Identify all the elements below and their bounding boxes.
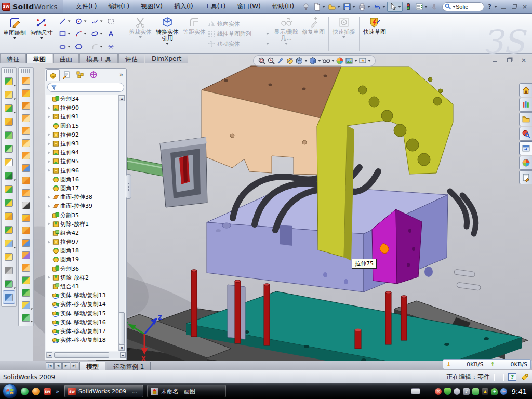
instant3d-box-button[interactable] bbox=[2, 155, 16, 169]
horizontal-scroll-thumb[interactable] bbox=[54, 352, 109, 358]
tray-antivirus-icon[interactable]: + bbox=[491, 388, 498, 395]
tray-sync-blocked-icon[interactable]: − bbox=[500, 388, 507, 395]
insert-part-button[interactable] bbox=[2, 74, 16, 88]
file-explorer-tab[interactable] bbox=[519, 112, 532, 126]
smart-dimension-dropdown[interactable] bbox=[40, 37, 43, 39]
convert-entities-dropdown[interactable] bbox=[166, 43, 169, 45]
sketch-dropdown[interactable] bbox=[13, 37, 16, 39]
doc-minimize-button[interactable] bbox=[489, 56, 500, 64]
doc-restore-button[interactable] bbox=[504, 56, 514, 64]
solidworks-search-tab[interactable] bbox=[519, 127, 532, 141]
split-pair-button[interactable] bbox=[2, 196, 16, 209]
scroll-down-button[interactable]: ▼ bbox=[119, 344, 125, 351]
display-style-button[interactable] bbox=[309, 57, 321, 65]
surface-trim-button[interactable] bbox=[19, 224, 33, 236]
surface-flatten-button[interactable] bbox=[19, 261, 33, 274]
tree-item-拉伸96[interactable]: 拉伸96 bbox=[46, 166, 119, 175]
dimxpertmanager-tab[interactable] bbox=[87, 69, 100, 81]
expand-arrow[interactable] bbox=[46, 205, 51, 208]
sketch-rectangle-button[interactable] bbox=[59, 30, 75, 38]
tree-item-圆角19[interactable]: 圆角19 bbox=[46, 255, 119, 264]
tab-草图[interactable]: 草图 bbox=[26, 54, 52, 63]
arc-dropdown[interactable] bbox=[84, 33, 87, 34]
minimize-button[interactable] bbox=[498, 3, 508, 11]
tree-item-实体-移动/复制18[interactable]: 实体-移动/复制18 bbox=[46, 336, 119, 344]
close-button[interactable]: × bbox=[520, 3, 530, 11]
expand-arrow[interactable] bbox=[46, 115, 51, 118]
scroll-left-button[interactable]: ◄ bbox=[47, 352, 52, 358]
task-button-paint[interactable]: 未命名 - 画图 bbox=[147, 385, 226, 397]
scroll-up-button[interactable]: ▲ bbox=[119, 95, 125, 101]
sketch-ellipse-button[interactable] bbox=[91, 30, 107, 38]
last-tab-button[interactable]: ►| bbox=[71, 362, 78, 369]
tree-item-拉伸90[interactable]: 拉伸90 bbox=[46, 103, 119, 112]
tree-item-实体-移动/复制14[interactable]: 实体-移动/复制14 bbox=[46, 300, 119, 309]
fillet-sphere-dropdown[interactable] bbox=[14, 112, 16, 114]
rectangle-dropdown[interactable] bbox=[68, 33, 71, 34]
sketch-circle-button[interactable] bbox=[75, 17, 91, 25]
surface-bend-button[interactable] bbox=[19, 187, 33, 199]
view-orientation-dropdown[interactable] bbox=[304, 60, 308, 62]
sketch-line-button[interactable] bbox=[59, 17, 75, 25]
view-palette-tab[interactable] bbox=[519, 141, 532, 155]
menu-编辑(E)[interactable]: 编辑(E) bbox=[102, 0, 135, 13]
trim-entities-button[interactable]: 剪裁实体 bbox=[127, 15, 154, 53]
mirror-entities-button[interactable]: 镜向实体 bbox=[208, 20, 269, 28]
configurationmanager-tab[interactable] bbox=[73, 69, 87, 81]
surface-boundary-button[interactable] bbox=[19, 112, 33, 124]
solidworks-resources-tab[interactable] bbox=[519, 83, 532, 97]
tree-item-实体-移动/复制13[interactable]: 实体-移动/复制13 bbox=[46, 291, 119, 300]
tree-item-实体-移动/复制17[interactable]: 实体-移动/复制17 bbox=[46, 327, 119, 336]
surface-extend-button[interactable] bbox=[19, 236, 33, 249]
toolbar-grip[interactable] bbox=[4, 69, 14, 73]
sketch-sketch-fillet-button[interactable] bbox=[91, 42, 107, 51]
swap-bodies-button[interactable] bbox=[2, 223, 16, 236]
undo-dropdown[interactable] bbox=[382, 6, 385, 8]
expand-arrow[interactable] bbox=[46, 160, 51, 163]
tree-item-圆角16[interactable]: 圆角16 bbox=[46, 175, 119, 184]
expand-arrow[interactable] bbox=[46, 196, 51, 199]
line-dropdown[interactable] bbox=[68, 20, 71, 22]
linear-pattern-dropdown[interactable] bbox=[266, 33, 269, 35]
undo-button[interactable] bbox=[372, 2, 387, 11]
tree-vertical-scrollbar[interactable]: ▲ ▼ bbox=[118, 95, 125, 351]
restore-button[interactable] bbox=[509, 3, 519, 11]
tree-item-拉伸95[interactable]: 拉伸95 bbox=[46, 157, 119, 166]
start-button[interactable] bbox=[2, 383, 18, 399]
expand-arrow[interactable] bbox=[46, 169, 51, 172]
surface-knit-button[interactable] bbox=[19, 174, 33, 187]
draft-scoop-button[interactable] bbox=[2, 115, 16, 128]
tree-item-曲面-拉伸38[interactable]: 曲面-拉伸38 bbox=[46, 193, 119, 202]
zoom-fit-button[interactable] bbox=[258, 57, 266, 65]
wand-sparkle-2-dropdown[interactable] bbox=[31, 309, 33, 310]
pattern-dots-button[interactable] bbox=[2, 169, 16, 182]
green-cube-button[interactable] bbox=[2, 128, 16, 142]
help-button[interactable]: ? bbox=[487, 3, 493, 11]
open-document-button[interactable] bbox=[327, 2, 341, 11]
tab-特征[interactable]: 特征 bbox=[0, 54, 26, 63]
panel-tabs-overflow[interactable]: » bbox=[119, 71, 126, 78]
sketch-button[interactable]: 草图绘制 bbox=[1, 15, 28, 53]
green-spline-2-button[interactable] bbox=[19, 311, 33, 324]
menu-窗口(W)[interactable]: 窗口(W) bbox=[231, 0, 266, 13]
help-dropdown[interactable] bbox=[494, 6, 497, 8]
quick-tips-button[interactable]: ? bbox=[508, 373, 516, 381]
hide-show-items-button[interactable] bbox=[322, 57, 335, 65]
expand-arrow[interactable] bbox=[46, 276, 51, 279]
rapid-sketch-button[interactable]: 快速草图 bbox=[361, 15, 388, 53]
rebuild-traffic-light-button[interactable] bbox=[403, 2, 414, 11]
surface-revolve-button[interactable] bbox=[19, 87, 33, 99]
options-list-button[interactable] bbox=[414, 2, 429, 11]
save-document-dropdown[interactable] bbox=[352, 6, 355, 8]
sketch-select-box-button[interactable] bbox=[107, 17, 123, 25]
pattern-dots-dropdown[interactable] bbox=[14, 180, 16, 181]
tray-update-icon[interactable] bbox=[454, 388, 460, 395]
custom-properties-tab[interactable] bbox=[519, 170, 532, 184]
panel-splitter-handle[interactable] bbox=[126, 174, 131, 199]
sketch-fillet-dropdown[interactable] bbox=[100, 46, 103, 47]
expand-arrow[interactable] bbox=[46, 151, 51, 154]
vertical-scroll-thumb[interactable] bbox=[119, 312, 125, 344]
new-document-button[interactable] bbox=[312, 2, 326, 11]
model-tab-运动算例 1[interactable]: 运动算例 1 bbox=[107, 362, 151, 370]
tray-shield-power-icon[interactable] bbox=[444, 388, 451, 395]
